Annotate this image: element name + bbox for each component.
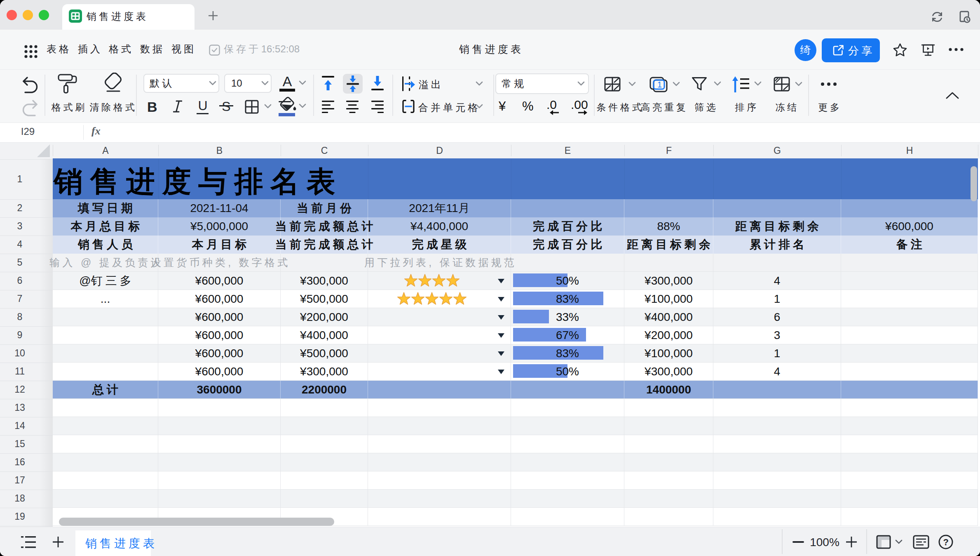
svg-text:?: ? [943, 537, 949, 547]
svg-text:.0: .0 [546, 99, 557, 111]
svg-text:.00: .00 [571, 99, 588, 111]
svg-text:1: 1 [657, 80, 662, 89]
